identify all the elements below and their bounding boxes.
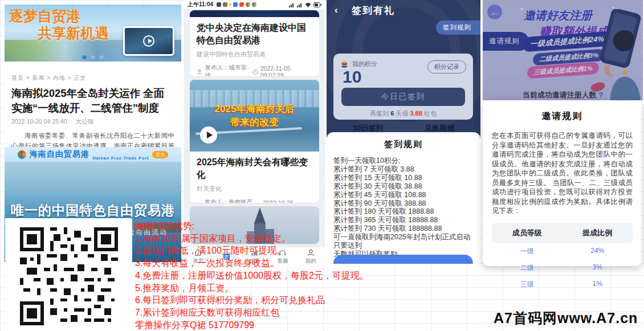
signal-icon [289,2,295,7]
rules-title: 签到规则 [333,139,474,150]
battery-icon [313,2,321,7]
rule-line: 累计签到 7 天可领取 3.88 [333,165,474,174]
promo-line: 5.推荐奖励，月领工资。 [135,282,369,295]
promo-line: 1.海南2025属于国家项目，安全稳定。 [135,232,369,245]
banner-slogan-line2: 共享新机遇 [38,24,109,43]
rule-line: 累计签到 90 天可领取 388.88 [333,199,474,208]
news-card-meta: 发布人：海南地产局 2022-10-26 06:04:49 [197,198,312,203]
points-value: 10 [343,67,361,87]
qr-code [5,218,132,331]
invite-header: ✦ ✦ 邀请好友注册 赚取额外提成 ← 邀请规则 一级成员提成比例24% 二级成… [483,0,643,100]
video-caption-line1: 2025年海南封关后 [190,103,319,116]
table-row: 二级 3% [492,260,633,276]
back-chevron-icon[interactable]: ‹ [335,5,338,16]
app-icon [223,2,227,7]
carousel-dots[interactable] [83,55,104,59]
table-header: 提成比例 [563,228,633,238]
modal-title: 邀请规则 [492,111,633,122]
dot-icon [229,3,231,6]
news-card-meta: 发布人：城市宣传 2022-11-05 09:07:29 [197,64,312,76]
composite-screenshot: 逐梦自贸港 共享新机遇 首页 > 新闻 > 内地 > 正文 海南拟2025年全岛… [0,0,644,331]
promo-line: 6.每日签到即可获得积分奖励，积分可兑换礼品 [135,294,369,307]
rule-line: 累计签到 30 天可领取 38.88 [333,182,474,191]
brand-name-en: Hainan Free Trade Port [93,156,149,160]
app-icon [233,2,238,7]
promo-line: 7.累计签到相应天数可获得相应红包 [135,307,369,319]
publisher: 发布人：海南地产局 [205,198,253,203]
promo-line: 海南2025优势: [135,220,369,232]
table-row: 一级 24% [492,243,633,260]
wifi-icon [305,2,311,7]
banner-video-thumbnail[interactable] [123,26,174,56]
status-bar: 上午11:04 [184,0,325,9]
news-card-tag: 建设中国特色自由贸易港 [197,50,312,59]
invite-rules-modal: 邀请规则 您在本页面可获得自己的专属邀请码，可以分享邀请码给其他好友。一旦好友通… [483,100,642,266]
qr-code-pattern [20,227,118,325]
publisher: 发布人：城市宣传 [205,64,250,76]
signal-icon [297,2,303,7]
news-card-image [190,10,319,17]
article-section: 首页 > 新闻 > 内地 > 正文 海南拟2025年全岛封关运作 全面实施“一线… [5,62,181,147]
rule-line: 累计签到 45 天可领取 108.88 [333,191,474,199]
hero-banner: 逐梦自贸港 共享新机遇 [5,5,181,62]
brand-bar: 海南自由贸易港 Hainan Free Trade Port 官方 [5,147,181,162]
play-icon[interactable] [200,126,217,144]
hero-caption: 唯一的中国特色自由贸易港 [5,202,181,219]
table-header: 成员等级 [492,228,563,238]
page-title: 签到有礼 [352,4,395,17]
brand-name-cn: 海南自由贸易港 [30,149,89,160]
article-date: 2022-10-20 04:25:40 [11,118,67,125]
official-badge: 官方 [152,151,168,158]
streak-amount: 3.88 [410,110,422,117]
browser-icon [252,2,256,7]
rule-line: 签到一天领取10积分; [333,157,474,165]
person-icon [197,69,202,75]
watermark: A7首码网www.A7.cn [494,309,638,328]
rule-line: 累计签到 15 天可领取 10.88 [333,174,474,182]
app-icon [239,2,244,7]
app-icon [217,2,221,7]
banner-slogan-line1: 逐梦自贸港 [9,7,80,26]
signin-rules-button[interactable]: 签到规则 [436,21,480,35]
video-thumbnail[interactable]: 2025年海南封关后 带来的改变 [190,80,319,152]
table-header-row: 成员等级 提成比例 [492,223,633,243]
publish-time: 2022-11-05 09:07:29 [260,65,312,76]
article-title: 海南拟2025年全岛封关运作 全面实施“一线放开、二线管住”制度 [11,86,174,116]
signed-today-button[interactable]: 今日已签到 [341,88,465,106]
promo-line: 2.提现门槛低，满100元随时可提现。 [135,244,369,257]
hainan-ftp-logo-icon [18,150,26,159]
promo-text-overlay: 海南2025优势: 1.海南2025属于国家项目，安全稳定。 2.提现门槛低，满… [135,220,369,331]
coins-icon [341,61,349,68]
commission-table: 成员等级 提成比例 一级 24% 二级 3% 三级 1% [492,223,633,293]
news-card-title: 党中央决定在海南建设中国特色自由贸易港 [197,22,312,47]
invite-panel: ✦ ✦ 邀请好友注册 赚取额外提成 ← 邀请规则 一级成员提成比例24% 二级成… [483,0,643,267]
points-log-button[interactable]: 积分记录 [427,60,466,73]
clock-icon [252,69,258,75]
table-row: 三级 1% [492,276,633,293]
promo-line: 3.每天有收益，一次投资终身收益。 [135,257,369,269]
news-card-title: 2025年海南封关会有哪些变化 [197,156,312,181]
rule-line: 累计签到 180 天可领取 1888.88 [333,207,474,216]
promo-line: 零撸操作分享Q裙 517709799 [135,319,369,331]
play-icon[interactable] [143,35,154,47]
browser-icon [246,2,250,7]
status-time: 上午11:04 [188,1,213,9]
article-body: 海南省委常委、常务副省长沈丹阳在二十大新闻中心举行的第三场集体采访中透露，海南正… [11,130,174,147]
streak-hint: 再签到 6 天领 3.88 红包 [333,109,473,118]
article-meta: 2022-10-20 04:25:40 大公报 [11,118,174,126]
article-source: 大公报 [75,118,93,125]
news-card-tag: 封关变化 [197,185,312,193]
promo-line: 4.免费注册，注册即送价值1000股权，每股2元，可提现。 [135,269,369,282]
points-card: 我的积分 积分记录 10 今日已签到 再签到 6 天领 3.88 红包 [333,54,473,120]
publish-time: 2022-10-26 06:04:49 [263,199,312,203]
status-right-icons [289,2,321,7]
breadcrumb[interactable]: 首页 > 新闻 > 内地 > 正文 [11,74,174,82]
news-card[interactable]: 党中央决定在海南建设中国特色自由贸易港 建设中国特色自由贸易港 发布人：城市宣传… [190,10,319,76]
video-news-card[interactable]: 2025年海南封关后 带来的改变 2025年海南封关会有哪些变化 封关变化 发布… [190,80,319,203]
modal-dim-overlay [483,0,643,100]
notification-icons [217,2,256,7]
modal-body: 您在本页面可获得自己的专属邀请码，可以分享邀请码给其他好友。一旦好友通过您的邀请… [492,131,633,216]
